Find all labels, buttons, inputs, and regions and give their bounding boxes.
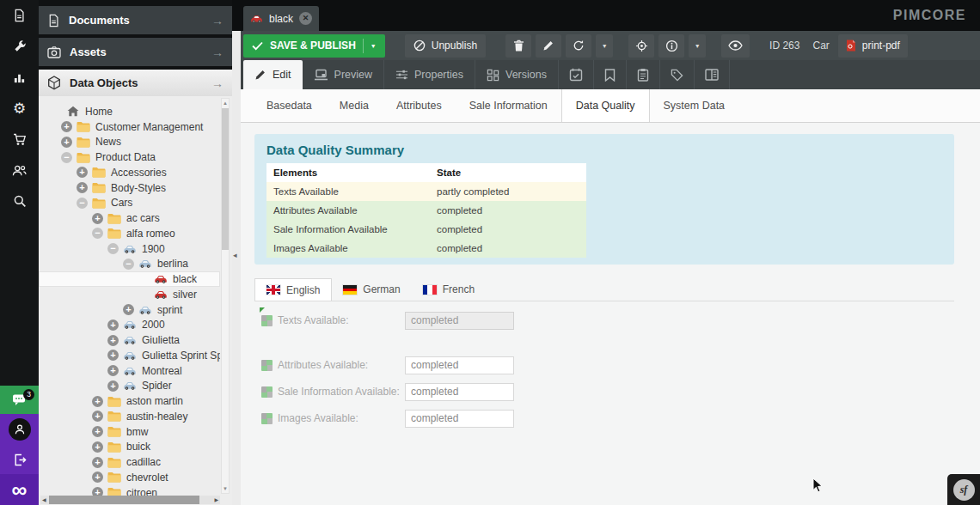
save-publish-button[interactable]: SAVE & PUBLISH ▼ xyxy=(243,34,385,58)
tree-item-spider[interactable]: +Spider xyxy=(39,379,220,394)
tab-system-data[interactable]: System Data xyxy=(650,89,739,122)
logout-icon[interactable] xyxy=(0,445,39,474)
tree-expander-plus-icon[interactable]: + xyxy=(107,380,119,392)
tree-item-home[interactable]: Home xyxy=(39,104,220,119)
tab-events[interactable] xyxy=(627,60,660,89)
customers-users-icon[interactable] xyxy=(0,155,39,186)
tree-item-cars[interactable]: −Cars xyxy=(39,196,220,211)
tree-expander-minus-icon[interactable]: − xyxy=(77,198,88,209)
tree-expander-plus-icon[interactable]: + xyxy=(92,457,103,468)
tools-wrench-icon[interactable] xyxy=(0,31,39,62)
tab-properties[interactable]: Properties xyxy=(384,60,475,89)
tab-preview[interactable]: Preview xyxy=(303,60,384,89)
tree-item-black[interactable]: black xyxy=(39,271,220,287)
info-button[interactable] xyxy=(658,34,684,58)
tree-expander-minus-icon[interactable]: − xyxy=(123,259,134,270)
horizontal-scroll-thumb[interactable] xyxy=(49,496,199,504)
collapse-panel-icon[interactable]: ◂ xyxy=(233,251,237,259)
scroll-down-icon[interactable]: ▼ xyxy=(222,486,229,491)
tree-item-buick[interactable]: +buick xyxy=(39,440,220,455)
tree-item-gulietta-sprint-speciale[interactable]: +Gulietta Sprint Specia xyxy=(39,348,220,363)
tree-item-silver[interactable]: silver xyxy=(39,287,220,302)
panel-splitter[interactable]: ◂ xyxy=(232,31,241,505)
tab-data-quality[interactable]: Data Quality xyxy=(561,89,650,122)
tree-expander-plus-icon[interactable]: + xyxy=(123,304,134,315)
unpublish-button[interactable]: Unpublish xyxy=(405,34,486,58)
tab-basedata[interactable]: Basedata xyxy=(253,89,326,122)
tree-item-news[interactable]: +News xyxy=(39,135,220,150)
user-avatar[interactable] xyxy=(0,414,39,445)
tab-notes[interactable] xyxy=(594,60,627,89)
chevron-down-icon[interactable]: ▼ xyxy=(371,43,377,49)
tab-close-icon[interactable]: ✕ xyxy=(299,12,312,25)
tree-expander-plus-icon[interactable]: + xyxy=(92,396,103,407)
delete-button[interactable] xyxy=(505,34,531,58)
tree-item-ac-cars[interactable]: +ac cars xyxy=(39,210,220,226)
ecommerce-cart-icon[interactable] xyxy=(0,124,39,155)
tree-expander-plus-icon[interactable]: + xyxy=(92,441,103,453)
tree-expander-plus-icon[interactable]: + xyxy=(77,167,88,178)
tree-horizontal-scrollbar[interactable]: ◀ ▶ xyxy=(40,496,220,504)
tree-expander-minus-icon[interactable]: − xyxy=(61,152,72,163)
tab-media[interactable]: Media xyxy=(326,89,383,122)
reload-button[interactable] xyxy=(566,34,591,58)
tab-edit[interactable]: Edit xyxy=(243,60,303,89)
reports-chart-icon[interactable] xyxy=(0,62,39,93)
tree-item-montreal[interactable]: +Montreal xyxy=(39,363,220,379)
tree-vertical-scrollbar[interactable]: ▲ ▼ xyxy=(221,98,230,494)
tree-expander-plus-icon[interactable]: + xyxy=(77,182,88,193)
tab-sale-information[interactable]: Sale Information xyxy=(456,89,561,122)
attributes-available-input[interactable] xyxy=(405,356,514,374)
tree-item-cadillac[interactable]: +cadillac xyxy=(39,454,220,470)
tree-expander-plus-icon[interactable]: + xyxy=(61,121,72,132)
tree-item-sprint[interactable]: +sprint xyxy=(39,302,220,318)
tree-item-chevrolet[interactable]: +chevrolet xyxy=(39,470,220,485)
tab-black-object[interactable]: black ✕ xyxy=(243,6,319,31)
info-dropdown[interactable]: ▼ xyxy=(689,34,706,58)
tree-item-1900[interactable]: −1900 xyxy=(39,241,220,257)
tab-app-view[interactable] xyxy=(695,60,730,89)
reload-dropdown[interactable]: ▼ xyxy=(596,34,613,58)
tree-item-berlina[interactable]: −berlina xyxy=(39,257,220,272)
tab-tags[interactable] xyxy=(660,60,695,89)
tree-item-alfa-romeo[interactable]: −alfa romeo xyxy=(39,226,220,241)
scroll-left-icon[interactable]: ◀ xyxy=(42,496,46,504)
tree-item-austin-healey[interactable]: +austin-healey xyxy=(39,409,220,424)
print-pdf-button[interactable]: print-pdf xyxy=(838,34,908,58)
open-preview-button[interactable] xyxy=(721,34,750,58)
tree-item-body-styles[interactable]: +Body-Styles xyxy=(39,180,220,196)
vertical-scroll-thumb[interactable] xyxy=(222,108,229,250)
rename-button[interactable] xyxy=(536,34,561,58)
tab-attributes[interactable]: Attributes xyxy=(383,89,456,122)
pimcore-infinity-logo[interactable]: ∞ xyxy=(0,474,39,505)
settings-gear-icon[interactable]: ⚙ xyxy=(0,93,39,124)
symfony-debug-toolbar-button[interactable]: sf xyxy=(947,474,980,505)
images-available-input[interactable] xyxy=(405,410,514,428)
tree-expander-plus-icon[interactable]: + xyxy=(92,472,103,483)
tree-expander-plus-icon[interactable]: + xyxy=(61,137,72,148)
tree-expander-plus-icon[interactable]: + xyxy=(92,411,103,422)
tree-item-2000[interactable]: +2000 xyxy=(39,318,220,333)
locate-in-tree-button[interactable] xyxy=(628,34,654,58)
tree-item-product-data[interactable]: −Product Data xyxy=(39,149,220,165)
tree-item-customer-management[interactable]: +Customer Management xyxy=(39,119,220,135)
file-icon[interactable] xyxy=(0,0,39,31)
tree-expander-minus-icon[interactable]: − xyxy=(92,228,103,239)
tree-expander-minus-icon[interactable]: − xyxy=(107,243,119,254)
tree-item-aston-martin[interactable]: +aston martin xyxy=(39,393,220,409)
tab-versions[interactable]: Versions xyxy=(475,60,559,89)
tab-scheduled-tasks[interactable] xyxy=(559,60,594,89)
tree-item-giulietta[interactable]: +Giulietta xyxy=(39,332,220,348)
accordion-documents[interactable]: Documents → xyxy=(39,6,232,34)
search-icon[interactable] xyxy=(0,186,39,216)
tree-expander-plus-icon[interactable]: + xyxy=(92,426,103,437)
tree-expander-plus-icon[interactable]: + xyxy=(107,335,119,346)
sale-information-available-input[interactable] xyxy=(405,383,514,401)
tree-item-accessories[interactable]: +Accessories xyxy=(39,165,220,180)
tab-language-german[interactable]: German xyxy=(332,278,411,301)
texts-available-input[interactable] xyxy=(405,312,514,330)
notifications-chat-icon[interactable]: 3 xyxy=(0,386,39,414)
accordion-data-objects[interactable]: Data Objects → xyxy=(39,70,232,96)
tree-expander-plus-icon[interactable]: + xyxy=(107,350,119,361)
tab-language-french[interactable]: French xyxy=(412,278,486,301)
